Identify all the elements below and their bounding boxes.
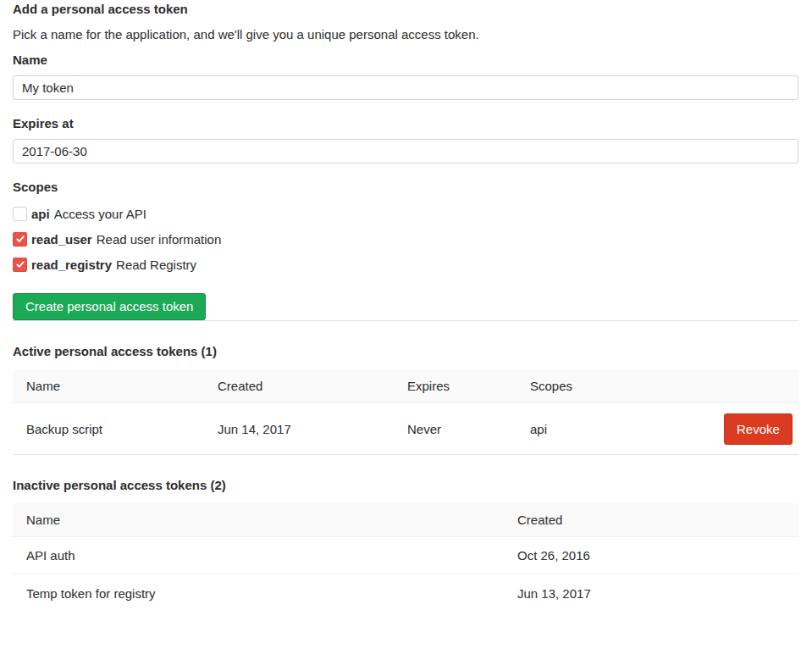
scope-name[interactable]: read_user — [31, 232, 92, 247]
expires-at-input[interactable] — [13, 139, 798, 164]
token-created: Jun 13, 2017 — [504, 586, 798, 601]
form-description: Pick a name for the application, and we'… — [13, 27, 798, 42]
create-token-button[interactable]: Create personal access token — [13, 293, 206, 320]
read-registry-checkbox[interactable] — [13, 258, 27, 272]
inactive-tokens-table: Name Created API auth Oct 26, 2016 Temp … — [13, 503, 798, 612]
column-header-created: Created — [504, 513, 798, 527]
token-created: Oct 26, 2016 — [504, 548, 798, 563]
inactive-table-header: Name Created — [13, 503, 798, 537]
column-header-name: Name — [13, 379, 204, 393]
scope-description: Read Registry — [116, 258, 196, 272]
scopes-list: api Access your API read_user Read user … — [13, 201, 798, 277]
table-row: API auth Oct 26, 2016 — [13, 537, 798, 574]
section-divider — [13, 320, 798, 321]
column-header-scopes: Scopes — [516, 379, 710, 393]
settings-page: Add a personal access token Pick a name … — [0, 0, 812, 612]
scope-row-read-user: read_user Read user information — [13, 226, 798, 252]
token-name: API auth — [13, 548, 504, 563]
active-table-header: Name Created Expires Scopes — [13, 369, 798, 403]
scope-description: Access your API — [54, 207, 146, 221]
column-header-created: Created — [204, 379, 394, 393]
table-row: Temp token for registry Jun 13, 2017 — [13, 574, 798, 612]
token-name: Backup script — [13, 422, 204, 436]
column-header-expires: Expires — [394, 379, 516, 393]
scope-row-read-registry: read_registry Read Registry — [13, 252, 798, 277]
check-icon — [15, 234, 25, 244]
api-checkbox[interactable] — [13, 207, 27, 221]
page-title: Add a personal access token — [13, 0, 798, 16]
scope-name[interactable]: api — [31, 207, 50, 221]
token-name-input[interactable] — [13, 75, 798, 100]
expires-label: Expires at — [13, 117, 798, 130]
inactive-tokens-title: Inactive personal access tokens (2) — [13, 478, 798, 492]
name-label: Name — [13, 53, 798, 67]
revoke-button[interactable]: Revoke — [724, 413, 793, 445]
active-tokens-title: Active personal access tokens (1) — [13, 344, 798, 358]
actions-cell: Revoke — [710, 413, 798, 445]
scope-row-api: api Access your API — [13, 201, 798, 226]
scope-name[interactable]: read_registry — [31, 258, 112, 272]
table-row: Backup script Jun 14, 2017 Never api Rev… — [13, 403, 798, 454]
token-name: Temp token for registry — [13, 586, 504, 601]
read-user-checkbox[interactable] — [13, 232, 27, 247]
scope-description: Read user information — [97, 232, 222, 247]
check-icon — [15, 259, 25, 269]
active-tokens-table: Name Created Expires Scopes Backup scrip… — [13, 369, 798, 454]
scopes-label: Scopes — [13, 180, 798, 194]
token-scopes: api — [516, 422, 710, 436]
token-expires: Never — [394, 422, 516, 436]
section-divider — [13, 454, 798, 455]
token-created: Jun 14, 2017 — [204, 422, 394, 436]
column-header-name: Name — [13, 513, 504, 527]
